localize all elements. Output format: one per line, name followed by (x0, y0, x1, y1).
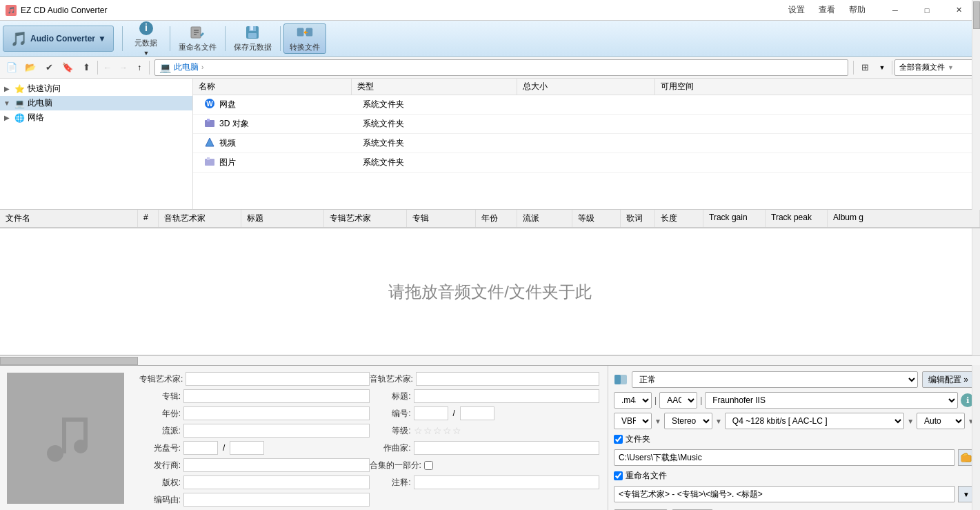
col-album-gain[interactable]: Album g (828, 210, 980, 227)
tree-item-network[interactable]: ▶ 🌐 网络 (0, 110, 192, 125)
disc-input[interactable] (183, 441, 218, 455)
col-filename[interactable]: 文件名 (0, 210, 138, 227)
view-dropdown-btn[interactable]: ▼ (874, 60, 890, 75)
col-type[interactable]: 类型 (352, 79, 517, 95)
edit-config-button[interactable]: 编辑配置 » (922, 371, 974, 388)
tree-item-quick-access[interactable]: ▶ ⭐ 快速访问 (0, 81, 192, 96)
rename-checkbox[interactable] (614, 471, 623, 480)
track-drop-zone[interactable]: 请拖放音频文件/文件夹于此 (0, 228, 980, 355)
encoded-by-input[interactable] (183, 493, 370, 507)
disc-total-input[interactable] (230, 441, 264, 455)
tree-item-computer[interactable]: ▼ 💻 此电脑 (0, 96, 192, 110)
track-num-label: 编号: (370, 408, 411, 420)
codec-select[interactable]: AAC (659, 392, 697, 409)
main-hscrollbar[interactable] (0, 355, 980, 365)
convert-files-button[interactable]: 转换文件 (283, 23, 326, 54)
codec-separator-2: | (700, 395, 702, 405)
svg-marker-16 (206, 138, 214, 146)
check-btn[interactable]: ✔ (40, 59, 58, 76)
col-num[interactable]: # (138, 210, 159, 227)
col-lyrics[interactable]: 歌词 (621, 210, 655, 227)
up-dir-btn[interactable]: ↑ (132, 60, 147, 75)
col-free[interactable]: 可用空间 (655, 79, 980, 95)
col-size[interactable]: 总大小 (517, 79, 655, 95)
svg-rect-18 (207, 157, 210, 160)
svg-rect-21 (62, 418, 66, 453)
folder-checkbox-container[interactable]: 文件夹 (614, 433, 650, 445)
compilation-checkbox[interactable] (424, 461, 433, 470)
codec-provider-select[interactable]: Fraunhofer IIS (705, 392, 958, 409)
address-crumb-1[interactable]: 此电脑 (174, 61, 199, 73)
col-genre[interactable]: 流派 (517, 210, 572, 227)
copyright-input[interactable] (183, 475, 370, 489)
col-name[interactable]: 名称 (193, 79, 352, 95)
normalization-select[interactable]: Auto (917, 413, 965, 429)
col-track-peak[interactable]: Track peak (766, 210, 828, 227)
expand-icon-computer[interactable]: ▼ (3, 99, 11, 108)
track-total-input[interactable] (460, 406, 494, 420)
col-length[interactable]: 长度 (655, 210, 703, 227)
album-input[interactable] (183, 389, 370, 403)
composer-label: 作曲家: (370, 442, 411, 454)
folder-path-input[interactable] (614, 449, 955, 466)
minimize-button[interactable]: ─ (879, 0, 911, 21)
preset-select[interactable]: 正常 (632, 371, 918, 388)
up-btn[interactable]: ⬆ (77, 59, 95, 76)
metadata-section: 专辑艺术家: 专辑: 年份: 流派: 光盘号: (131, 366, 608, 510)
year-input[interactable] (183, 406, 370, 420)
rating-stars[interactable]: ☆☆☆☆☆ (414, 425, 462, 436)
hscrollbar-thumb[interactable] (0, 357, 138, 365)
back-btn[interactable]: ← (100, 60, 115, 75)
new-btn[interactable]: 📄 (3, 59, 21, 76)
publisher-input[interactable] (183, 458, 370, 472)
album-artist-input[interactable] (186, 372, 369, 386)
file-row-0[interactable]: W 网盘 系统文件夹 (193, 95, 980, 115)
col-title[interactable]: 标题 (241, 210, 324, 227)
open-btn[interactable]: 📂 (21, 59, 39, 76)
col-rating[interactable]: 等级 (572, 210, 621, 227)
svg-rect-15 (207, 119, 210, 121)
folder-checkbox[interactable] (614, 435, 623, 444)
col-year[interactable]: 年份 (476, 210, 517, 227)
help-menu[interactable]: 帮助 (849, 4, 866, 16)
channels-select[interactable]: Stereo (664, 413, 712, 429)
svg-rect-22 (62, 418, 85, 422)
composer-input[interactable] (414, 441, 600, 455)
col-album-artist[interactable]: 专辑艺术家 (324, 210, 407, 227)
col-album[interactable]: 专辑 (407, 210, 476, 227)
view-menu[interactable]: 查看 (819, 4, 835, 16)
quality-select[interactable]: Q4 ~128 kbit/s [ AAC-LC ] (725, 413, 904, 429)
qual-sep-2: ▼ (715, 418, 722, 425)
qual-sep-1: ▼ (654, 418, 661, 425)
address-bar[interactable]: 💻 此电脑 › (154, 59, 848, 76)
col-track-artist[interactable]: 音轨艺术家 (159, 210, 241, 227)
expand-icon-network[interactable]: ▶ (3, 114, 11, 122)
file-list-scrollbar[interactable] (972, 79, 980, 209)
view-mode-btn[interactable]: ⊞ (856, 59, 874, 76)
file-row-1[interactable]: 3D 对象 系统文件夹 (193, 115, 980, 134)
file-row-2[interactable]: 视频 系统文件夹 (193, 134, 980, 153)
maximize-button[interactable]: □ (911, 0, 943, 21)
close-button[interactable]: ✕ (943, 0, 974, 21)
track-artist-input[interactable] (416, 372, 599, 386)
svg-rect-25 (614, 375, 621, 384)
rename-files-button[interactable]: 重命名文件 (173, 23, 222, 54)
col-track-gain[interactable]: Track gain (703, 210, 766, 227)
rename-pattern-input[interactable] (614, 486, 955, 502)
title-input[interactable] (414, 389, 600, 403)
metadata-button[interactable]: i 元数据 ▼ (126, 23, 167, 54)
settings-menu[interactable]: 设置 (788, 4, 805, 16)
comment-input[interactable] (414, 475, 600, 489)
save-metadata-button[interactable]: 保存元数据 (228, 23, 277, 54)
bookmark-btn[interactable]: 🔖 (59, 59, 77, 76)
forward-btn[interactable]: → (116, 60, 131, 75)
codec-row: .m4a | AAC | Fraunhofer IIS ℹ (614, 392, 974, 409)
filetype-combo[interactable]: 全部音频文件 ▼ (894, 59, 977, 76)
audio-converter-button[interactable]: 🎵 Audio Converter ▼ (3, 26, 114, 52)
genre-input[interactable] (183, 424, 370, 438)
mode-select[interactable]: VBR (614, 413, 652, 429)
file-row-3[interactable]: 图片 系统文件夹 (193, 153, 980, 173)
format-select[interactable]: .m4a (614, 392, 652, 409)
track-num-input[interactable] (414, 406, 448, 420)
expand-icon-quick-access[interactable]: ▶ (3, 85, 11, 93)
